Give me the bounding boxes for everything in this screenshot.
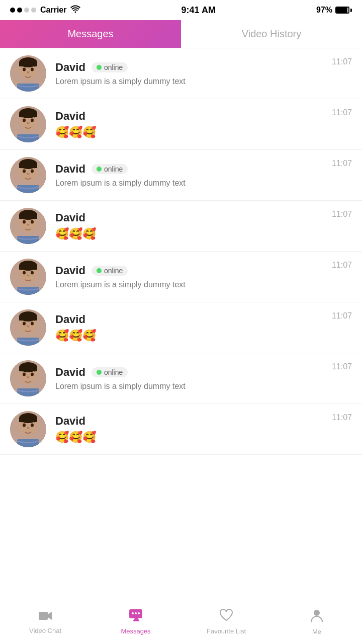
svg-rect-55: [17, 388, 39, 396]
message-item-3[interactable]: DavidonlineLorem ipsum is a simply dummy…: [0, 150, 362, 201]
svg-point-21: [23, 170, 26, 173]
message-item-6[interactable]: David🥰🥰🥰11:07: [0, 302, 362, 353]
svg-point-61: [23, 424, 26, 427]
message-item-4[interactable]: David🥰🥰🥰11:07: [0, 201, 362, 252]
me-icon: [311, 608, 323, 626]
message-content-8: David🥰🥰🥰: [55, 415, 332, 444]
message-header-7: Davidonline: [55, 366, 332, 379]
message-item-1[interactable]: DavidonlineLorem ipsum is a simply dummy…: [0, 48, 362, 99]
svg-point-29: [23, 220, 26, 224]
status-right: 97%: [316, 6, 352, 15]
svg-rect-67: [135, 612, 137, 614]
message-time-1: 11:07: [332, 57, 352, 66]
tab-messages[interactable]: Messages: [0, 20, 181, 48]
tab-video-history[interactable]: Video History: [181, 20, 362, 48]
svg-rect-68: [138, 612, 140, 614]
online-dot-3: [97, 167, 102, 172]
status-left: Carrier: [10, 5, 80, 15]
message-content-7: DavidonlineLorem ipsum is a simply dummy…: [55, 366, 332, 391]
message-content-3: DavidonlineLorem ipsum is a simply dummy…: [55, 163, 332, 188]
svg-point-46: [31, 322, 34, 326]
online-dot-7: [97, 370, 102, 375]
nav-label-messages: Messages: [121, 627, 150, 635]
carrier-label: Carrier: [40, 6, 66, 15]
nav-item-favourite[interactable]: Favourite List: [181, 609, 272, 635]
svg-point-62: [31, 424, 34, 427]
battery-icon: [335, 7, 352, 14]
contact-name-6: David: [55, 313, 85, 326]
wifi-icon: [70, 5, 80, 15]
online-badge-5: online: [92, 266, 128, 276]
svg-point-14: [31, 119, 34, 122]
status-time: 9:41 AM: [182, 5, 216, 16]
avatar-4: [10, 208, 46, 244]
message-item-2[interactable]: David🥰🥰🥰11:07: [0, 99, 362, 150]
message-item-8[interactable]: David🥰🥰🥰11:07: [0, 404, 362, 455]
contact-name-5: David: [55, 264, 85, 277]
avatar-2: [10, 106, 46, 142]
signal-dot-3: [24, 8, 29, 13]
nav-item-me[interactable]: Me: [272, 608, 362, 635]
online-badge-1: online: [92, 62, 128, 72]
message-content-2: David🥰🥰🥰: [55, 110, 332, 139]
online-dot-5: [97, 268, 102, 273]
message-time-2: 11:07: [332, 108, 352, 117]
svg-rect-39: [17, 287, 39, 295]
message-content-6: David🥰🥰🥰: [55, 313, 332, 342]
svg-point-30: [31, 220, 34, 224]
favourite-icon: [219, 609, 233, 625]
message-preview-2: 🥰🥰🥰: [55, 126, 332, 139]
message-header-2: David: [55, 110, 332, 123]
battery-percent: 97%: [316, 6, 332, 15]
main-content: DavidonlineLorem ipsum is a simply dummy…: [0, 48, 362, 500]
nav-item-messages[interactable]: Messages: [90, 609, 181, 635]
online-badge-7: online: [92, 367, 128, 377]
message-time-5: 11:07: [332, 261, 352, 270]
svg-point-13: [23, 119, 26, 122]
svg-point-69: [314, 610, 320, 616]
message-content-4: David🥰🥰🥰: [55, 211, 332, 240]
message-preview-5: Lorem ipsum is a simply dummy text: [55, 280, 332, 289]
svg-rect-47: [17, 338, 39, 346]
nav-label-favourite: Favourite List: [207, 627, 246, 635]
message-item-7[interactable]: DavidonlineLorem ipsum is a simply dummy…: [0, 353, 362, 404]
svg-rect-63: [17, 439, 39, 447]
message-preview-3: Lorem ipsum is a simply dummy text: [55, 179, 332, 188]
online-dot-1: [97, 65, 102, 70]
avatar-6: [10, 309, 46, 346]
message-item-5[interactable]: DavidonlineLorem ipsum is a simply dummy…: [0, 252, 362, 302]
svg-rect-66: [132, 612, 134, 614]
message-preview-1: Lorem ipsum is a simply dummy text: [55, 77, 332, 86]
message-preview-8: 🥰🥰🥰: [55, 431, 332, 444]
svg-point-54: [31, 373, 34, 376]
signal-dots: [10, 8, 36, 13]
message-content-5: DavidonlineLorem ipsum is a simply dummy…: [55, 264, 332, 289]
message-time-6: 11:07: [332, 311, 352, 320]
message-header-1: Davidonline: [55, 61, 332, 74]
contact-name-1: David: [55, 61, 85, 74]
message-list: DavidonlineLorem ipsum is a simply dummy…: [0, 48, 362, 455]
message-time-4: 11:07: [332, 210, 352, 219]
contact-name-4: David: [55, 211, 85, 224]
svg-point-5: [23, 68, 26, 71]
status-bar: Carrier 9:41 AM 97%: [0, 0, 362, 20]
nav-label-video-chat: Video Chat: [29, 627, 61, 634]
svg-point-22: [31, 170, 34, 173]
signal-dot-1: [10, 8, 15, 13]
message-content-1: DavidonlineLorem ipsum is a simply dummy…: [55, 61, 332, 86]
message-header-4: David: [55, 211, 332, 224]
online-badge-3: online: [92, 164, 128, 174]
contact-name-2: David: [55, 110, 85, 123]
contact-name-3: David: [55, 163, 85, 176]
message-preview-4: 🥰🥰🥰: [55, 227, 332, 240]
top-tabs: Messages Video History: [0, 20, 362, 48]
message-header-3: Davidonline: [55, 163, 332, 176]
avatar-1: [10, 55, 46, 92]
svg-point-45: [23, 322, 26, 326]
avatar-3: [10, 157, 46, 193]
message-preview-7: Lorem ipsum is a simply dummy text: [55, 382, 332, 391]
message-header-8: David: [55, 415, 332, 428]
nav-item-video-chat[interactable]: Video Chat: [0, 609, 90, 634]
avatar-5: [10, 259, 46, 295]
svg-rect-31: [17, 236, 39, 244]
